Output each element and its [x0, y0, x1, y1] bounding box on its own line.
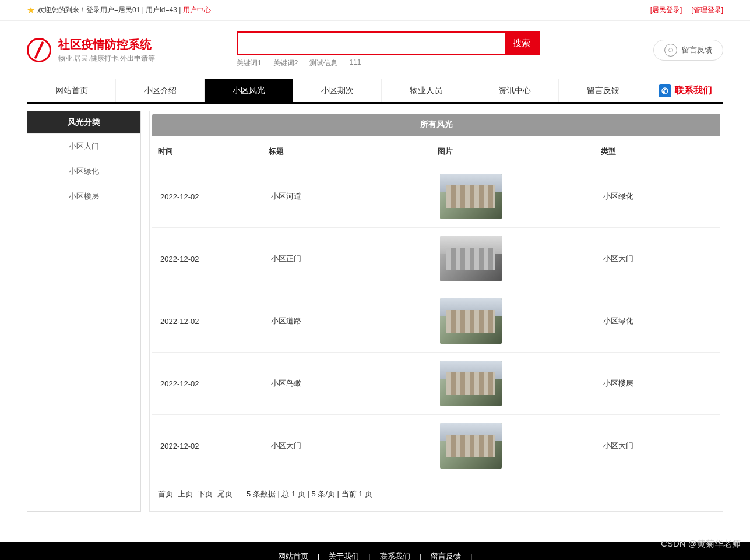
nav-item[interactable]: 小区期次 [293, 79, 382, 102]
sidebar-header: 风光分类 [27, 111, 140, 133]
pagination: 首页 上页 下页 尾页 5 条数据 | 总 1 页 | 5 条/页 | 当前 1… [150, 477, 723, 499]
cell-title[interactable]: 小区河道 [271, 191, 440, 202]
site-subtitle: 物业.居民.健康打卡.外出申请等 [58, 54, 155, 64]
page-prev[interactable]: 上页 [178, 489, 193, 499]
cell-type: 小区绿化 [603, 316, 712, 326]
cell-type: 小区绿化 [603, 191, 712, 202]
cell-time: 2022-12-02 [160, 442, 271, 450]
col-title-header: 标题 [269, 146, 438, 157]
footer-sep: | [415, 552, 426, 560]
cell-type: 小区楼层 [603, 378, 712, 389]
thumbnail-image[interactable] [440, 361, 502, 406]
footer-sep: | [364, 552, 375, 560]
cell-type: 小区大门 [603, 441, 712, 451]
cell-title[interactable]: 小区大门 [271, 441, 440, 451]
table-row: 2022-12-02小区鸟瞰小区楼层 [152, 353, 720, 415]
cell-time: 2022-12-02 [160, 192, 271, 201]
logo-icon [27, 38, 51, 62]
keyword-item[interactable]: 111 [349, 58, 361, 68]
cell-time: 2022-12-02 [160, 379, 271, 388]
main-panel: 所有风光 时间 标题 图片 类型 2022-12-02小区河道小区绿化2022-… [149, 111, 723, 512]
keyword-item[interactable]: 关键词2 [273, 58, 298, 68]
cell-image [440, 174, 603, 219]
table-row: 2022-12-02小区道路小区绿化 [152, 290, 720, 353]
logo-area: 社区疫情防控系统 物业.居民.健康打卡.外出申请等 [27, 37, 237, 64]
content: 风光分类 小区大门小区绿化小区楼层 所有风光 时间 标题 图片 类型 2022-… [0, 104, 750, 519]
cell-title[interactable]: 小区道路 [271, 316, 440, 326]
nav-item[interactable]: 小区介绍 [116, 79, 205, 102]
footer-link[interactable]: 网站首页 [278, 552, 308, 560]
table-head: 时间 标题 图片 类型 [150, 138, 723, 165]
table-row: 2022-12-02小区正门小区大门 [152, 228, 720, 290]
nav-wrap: 网站首页小区介绍小区风光小区期次物业人员资讯中心留言反馈 ✆ 联系我们 [0, 79, 750, 104]
cell-image [440, 236, 603, 281]
site-title: 社区疫情防控系统 [58, 37, 155, 52]
user-center-link[interactable]: 用户中心 [183, 5, 211, 15]
main-nav: 网站首页小区介绍小区风光小区期次物业人员资讯中心留言反馈 ✆ 联系我们 [27, 79, 723, 104]
nav-contact[interactable]: ✆ 联系我们 [647, 79, 723, 102]
footer-link[interactable]: 联系我们 [380, 552, 410, 560]
cell-title[interactable]: 小区鸟瞰 [271, 378, 440, 389]
page-first[interactable]: 首页 [158, 489, 173, 499]
nav-item[interactable]: 小区风光 [205, 79, 293, 102]
phone-icon: ✆ [659, 84, 671, 97]
footer-nav: 网站首页|关于我们|联系我们|留言反馈| [0, 542, 750, 560]
nav-item[interactable]: 物业人员 [382, 79, 470, 102]
col-time-header: 时间 [158, 146, 269, 157]
top-left: ★ 欢迎您的到来！登录用户=居民01 | 用户id=43 | 用户中心 [27, 5, 211, 16]
star-icon: ★ [27, 5, 35, 16]
search-keywords: 关键词1关键词2测试信息111 [237, 58, 540, 68]
col-image-header: 图片 [438, 146, 601, 157]
header: 社区疫情防控系统 物业.居民.健康打卡.外出申请等 搜索 关键词1关键词2测试信… [0, 21, 750, 79]
footer-sep: | [466, 552, 477, 560]
top-bar: ★ 欢迎您的到来！登录用户=居民01 | 用户id=43 | 用户中心 [居民登… [0, 0, 750, 21]
keyword-item[interactable]: 测试信息 [309, 58, 337, 68]
nav-item[interactable]: 资讯中心 [470, 79, 559, 102]
table-row: 2022-12-02小区河道小区绿化 [152, 165, 720, 228]
sidebar-item[interactable]: 小区绿化 [27, 159, 140, 184]
sidebar-item[interactable]: 小区楼层 [27, 184, 140, 209]
page-last[interactable]: 尾页 [217, 489, 233, 499]
search-button[interactable]: 搜索 [505, 33, 538, 54]
logo-text: 社区疫情防控系统 物业.居民.健康打卡.外出申请等 [58, 37, 155, 64]
top-right: [居民登录] [管理登录] [650, 5, 723, 15]
face-icon: ☺ [664, 44, 677, 57]
cell-title[interactable]: 小区正门 [271, 253, 440, 264]
cell-image [440, 298, 603, 344]
cell-time: 2022-12-02 [160, 317, 271, 326]
search-input[interactable] [238, 33, 505, 54]
footer-link[interactable]: 关于我们 [329, 552, 359, 560]
search-box: 搜索 [237, 31, 540, 55]
sidebar-item[interactable]: 小区大门 [27, 133, 140, 159]
footer: 网站首页|关于我们|联系我们|留言反馈| Copyright ©2021 基于S… [0, 542, 750, 560]
nav-contact-label: 联系我们 [675, 84, 712, 97]
nav-item[interactable]: 网站首页 [27, 79, 116, 102]
main-header: 所有风光 [152, 114, 720, 136]
table-row: 2022-12-02小区大门小区大门 [152, 415, 720, 477]
cell-image [440, 361, 603, 406]
sidebar: 风光分类 小区大门小区绿化小区楼层 [27, 111, 141, 512]
thumbnail-image[interactable] [440, 174, 502, 219]
nav-item[interactable]: 留言反馈 [559, 79, 647, 102]
feedback-button[interactable]: ☺ 留言反馈 [653, 40, 723, 61]
thumbnail-image[interactable] [440, 423, 502, 469]
footer-link[interactable]: 留言反馈 [431, 552, 461, 560]
keyword-item[interactable]: 关键词1 [237, 58, 262, 68]
col-type-header: 类型 [601, 146, 714, 157]
resident-login-link[interactable]: [居民登录] [650, 5, 682, 15]
cell-image [440, 423, 603, 469]
welcome-text: 欢迎您的到来！登录用户=居民01 | 用户id=43 | [37, 5, 181, 15]
page-next[interactable]: 下页 [198, 489, 213, 499]
admin-login-link[interactable]: [管理登录] [691, 5, 723, 15]
cell-time: 2022-12-02 [160, 255, 271, 263]
footer-sep: | [313, 552, 324, 560]
thumbnail-image[interactable] [440, 298, 502, 344]
feedback-label: 留言反馈 [682, 45, 712, 55]
thumbnail-image[interactable] [440, 236, 502, 281]
page-info: 5 条数据 | 总 1 页 | 5 条/页 | 当前 1 页 [247, 489, 372, 499]
cell-type: 小区大门 [603, 253, 712, 264]
search-wrap: 搜索 关键词1关键词2测试信息111 [237, 31, 540, 68]
